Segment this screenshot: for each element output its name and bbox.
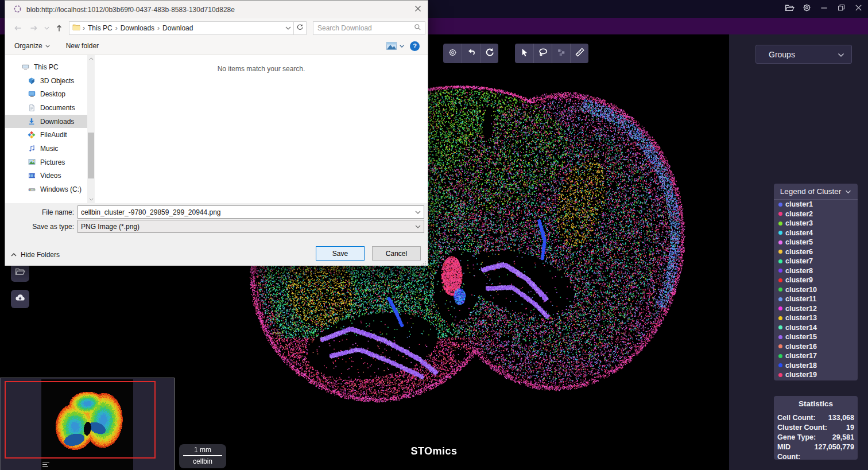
dialog-toolbar: Organize New folder ? — [5, 37, 428, 55]
breadcrumb-item[interactable]: Download — [161, 24, 195, 32]
legend-item[interactable]: cluster9 — [774, 275, 858, 285]
nav-history-button[interactable] — [42, 20, 51, 36]
legend-item[interactable]: cluster12 — [774, 304, 858, 314]
legend-item[interactable]: cluster4 — [774, 228, 858, 238]
breadcrumb-item[interactable]: Downloads — [119, 24, 156, 32]
chevron-down-icon — [45, 45, 50, 48]
chevron-down-icon[interactable] — [415, 208, 421, 216]
legend-item[interactable]: cluster14 — [774, 323, 858, 333]
settings-button[interactable] — [798, 0, 815, 18]
cloud-download-icon — [15, 293, 25, 305]
view-mode-button[interactable] — [386, 42, 404, 50]
legend-item[interactable]: cluster18 — [774, 361, 858, 371]
sidebar-item-3d-objects[interactable]: 3D Objects — [5, 74, 87, 88]
restore-button[interactable] — [832, 0, 850, 18]
lasso-tool[interactable] — [533, 44, 552, 63]
cluster-label: cluster16 — [785, 343, 817, 351]
cluster-color-dot — [778, 316, 782, 320]
legend-item[interactable]: cluster15 — [774, 332, 858, 342]
redo-tool[interactable] — [480, 44, 498, 63]
export-button[interactable] — [11, 290, 29, 308]
legend-item[interactable]: cluster7 — [774, 257, 858, 266]
legend-item[interactable]: cluster3 — [774, 219, 858, 228]
help-button[interactable]: ? — [410, 41, 420, 51]
nav-back-button[interactable] — [10, 20, 26, 36]
measure-tool[interactable] — [570, 44, 588, 63]
groups-dropdown[interactable]: Groups — [755, 45, 852, 64]
sidebar-item-music[interactable]: Music — [5, 142, 87, 156]
cluster-color-dot — [778, 203, 782, 207]
sidebar-item-downloads[interactable]: Downloads — [5, 115, 87, 129]
drive-icon — [27, 186, 36, 193]
sidebar-item-documents[interactable]: Documents — [5, 101, 87, 115]
organize-button[interactable]: Organize — [14, 42, 50, 50]
legend-item[interactable]: cluster5 — [774, 238, 858, 247]
legend-item[interactable]: cluster6 — [774, 247, 858, 257]
search-box[interactable] — [313, 21, 425, 35]
sidebar-item-fileaudit[interactable]: FileAudit — [5, 128, 87, 142]
breadcrumb-item[interactable]: This PC — [86, 24, 114, 32]
open-folder-icon — [15, 266, 25, 279]
search-input[interactable] — [317, 24, 412, 32]
cluster-color-dot — [778, 288, 782, 292]
new-folder-button[interactable]: New folder — [66, 42, 99, 50]
hide-folders-button[interactable]: Hide Folders — [11, 251, 60, 259]
measure-icon — [575, 47, 585, 60]
legend-header[interactable]: Legend of Cluster — [774, 184, 858, 200]
sidebar-item-label: Desktop — [40, 90, 65, 98]
dialog-title: blob:http://localhost:1012/0b3b69f0-0437… — [26, 6, 235, 14]
sidebar-item-this-pc[interactable]: This PC — [5, 60, 87, 74]
dialog-navigation-row: ›This PC›Downloads›Download — [5, 18, 428, 37]
sidebar-item-label: This PC — [34, 63, 59, 71]
legend-item[interactable]: cluster17 — [774, 351, 858, 361]
legend-item[interactable]: cluster11 — [774, 294, 858, 304]
address-bar[interactable]: ›This PC›Downloads›Download — [69, 21, 294, 35]
sidebar-item-pictures[interactable]: Pictures — [5, 156, 87, 169]
scroll-up-icon[interactable] — [87, 55, 95, 63]
settings-icon — [802, 3, 812, 15]
sidebar-item-videos[interactable]: Videos — [5, 169, 87, 183]
video-icon — [27, 172, 36, 180]
legend-item[interactable]: cluster13 — [774, 313, 858, 323]
chevron-down-icon — [400, 45, 404, 48]
save-type-select[interactable]: PNG Image (*.png) — [78, 220, 424, 233]
refresh-button[interactable] — [294, 21, 307, 35]
dialog-fields: File name: Save as type: PNG Image (*.pn… — [5, 203, 428, 233]
legend-item[interactable]: cluster19 — [774, 370, 858, 380]
batch-select-tool[interactable] — [552, 44, 570, 63]
sidebar-item-windows-c[interactable]: Windows (C:) — [5, 182, 87, 196]
chevron-down-icon[interactable] — [415, 223, 421, 231]
legend-item[interactable]: cluster8 — [774, 266, 858, 276]
legend-item[interactable]: cluster2 — [774, 209, 858, 219]
sidebar-item-desktop[interactable]: Desktop — [5, 87, 87, 101]
stats-row: Cluster Count:19 — [777, 423, 854, 433]
cancel-button[interactable]: Cancel — [372, 246, 421, 261]
scrollbar-thumb[interactable] — [88, 133, 94, 178]
undo-icon — [466, 47, 476, 60]
file-name-input[interactable] — [81, 208, 411, 216]
legend-item[interactable]: cluster1 — [774, 200, 858, 209]
undo-tool[interactable] — [462, 44, 480, 63]
nav-up-button[interactable] — [51, 20, 67, 36]
cluster-color-dot — [778, 363, 782, 367]
resize-grip[interactable] — [421, 259, 426, 264]
close-button[interactable] — [850, 0, 867, 18]
settings-tool[interactable] — [443, 44, 462, 63]
cursor-tool[interactable] — [515, 44, 533, 63]
cluster-label: cluster17 — [785, 352, 817, 360]
chevron-down-icon — [845, 187, 851, 196]
legend-item[interactable]: cluster10 — [774, 285, 858, 295]
file-name-combo[interactable] — [78, 205, 424, 219]
search-icon — [414, 24, 421, 33]
open-folder-button[interactable] — [781, 0, 798, 18]
restore-icon — [837, 3, 846, 14]
chevron-down-icon[interactable] — [285, 24, 291, 32]
save-button[interactable]: Save — [316, 246, 365, 261]
minimize-button[interactable] — [815, 0, 832, 18]
open-file-button[interactable] — [11, 263, 29, 282]
scroll-down-icon[interactable] — [87, 196, 95, 203]
sidebar-scrollbar[interactable] — [87, 55, 95, 203]
nav-forward-button[interactable] — [26, 20, 42, 36]
legend-item[interactable]: cluster16 — [774, 342, 858, 352]
dialog-close-button[interactable] — [408, 1, 428, 18]
